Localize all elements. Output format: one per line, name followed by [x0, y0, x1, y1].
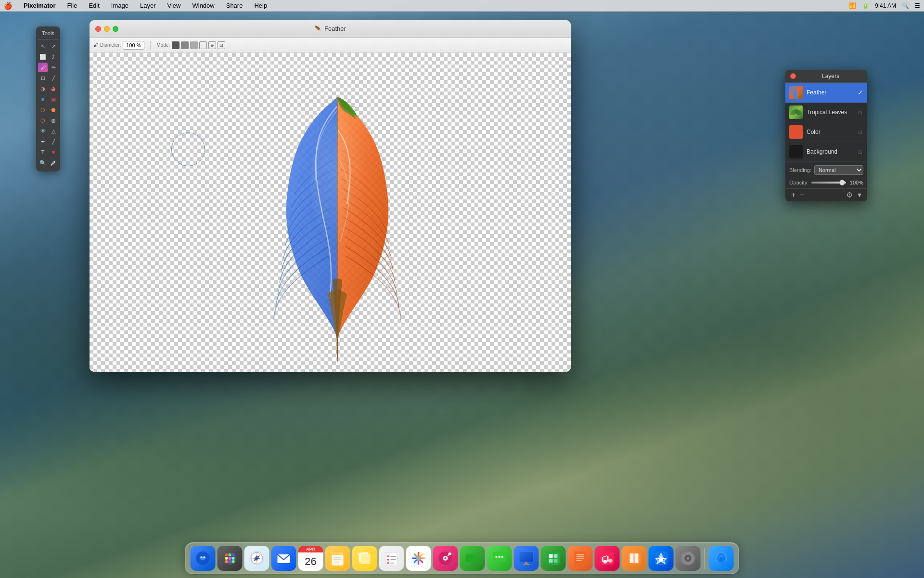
canvas-title: 🪶 Feather	[314, 25, 346, 32]
layer-visibility-background[interactable]: ⊡	[857, 148, 863, 155]
text-tool[interactable]: T	[38, 147, 48, 157]
blending-select[interactable]: Normal Multiply Screen Overlay	[814, 165, 863, 175]
mode-btn-3[interactable]	[190, 41, 198, 49]
svg-rect-52	[520, 552, 533, 562]
mode-buttons: ⊕ ⊡	[172, 41, 225, 49]
svg-rect-32	[361, 554, 371, 564]
svg-point-66	[603, 560, 607, 564]
dodge-tool[interactable]: ◑	[38, 84, 48, 93]
remove-layer-button[interactable]: −	[797, 191, 806, 199]
polygon-tool[interactable]: △	[49, 126, 58, 136]
dock-item-facetime[interactable]	[460, 546, 485, 571]
healing-tool[interactable]: ╱	[49, 73, 58, 83]
help-menu[interactable]: Help	[252, 2, 269, 9]
tool-row-6: ■ ▣	[38, 94, 58, 104]
dock-item-keynote[interactable]	[514, 546, 539, 571]
layer-item-color[interactable]: Color ⊡	[785, 122, 867, 142]
fill-tool[interactable]: ⬟	[49, 105, 58, 115]
app-name-menu[interactable]: Pixelmator	[22, 2, 57, 9]
dock-item-mail[interactable]	[271, 546, 296, 571]
maximize-button[interactable]	[113, 26, 118, 32]
dock-item-numbers[interactable]	[541, 546, 566, 571]
share-menu[interactable]: Share	[224, 2, 245, 9]
mode-btn-5[interactable]: ⊕	[208, 41, 216, 49]
dock-item-prefs[interactable]	[676, 546, 701, 571]
minimize-button[interactable]	[104, 26, 110, 32]
svg-point-3	[311, 121, 369, 246]
paint-tool[interactable]: 🖌	[38, 63, 48, 72]
file-menu[interactable]: File	[65, 2, 79, 9]
dock-item-pages[interactable]	[568, 546, 593, 571]
svg-rect-79	[688, 552, 689, 554]
anchor-tool[interactable]: ╱	[49, 137, 58, 146]
svg-rect-27	[332, 552, 344, 555]
dock-item-safari[interactable]	[244, 546, 270, 571]
layer-thumb-tropical	[789, 105, 803, 119]
eyedropper-tool[interactable]: 💉	[49, 158, 58, 168]
dock-item-appstore[interactable]	[649, 546, 674, 571]
pen-tool[interactable]: ✒	[38, 137, 48, 146]
svg-rect-55	[547, 552, 560, 565]
brush-icon: 🖌	[93, 42, 98, 48]
layer-settings-button[interactable]: ⚙	[844, 191, 855, 199]
smudge-tool[interactable]: ⬡	[38, 116, 48, 125]
layers-close-button[interactable]	[790, 73, 796, 79]
layer-item-tropical[interactable]: Tropical Leaves ⊡	[785, 103, 867, 122]
dock-item-notes[interactable]	[325, 546, 350, 571]
shape-tool[interactable]: ♥	[49, 147, 58, 157]
dock-item-calendar[interactable]: APR 26	[298, 546, 323, 571]
svg-point-67	[609, 559, 613, 563]
layer-visibility-color[interactable]: ⊡	[857, 129, 863, 135]
wifi-icon: 📶	[849, 2, 856, 9]
rect-select-tool[interactable]: ⬜	[38, 52, 48, 62]
mode-btn-1[interactable]	[172, 41, 180, 49]
dock-item-airdrop[interactable]	[709, 546, 734, 571]
select-tool[interactable]: ↗	[49, 41, 58, 51]
layer-visibility-tropical[interactable]: ⊡	[857, 109, 863, 116]
paint-bucket-tool[interactable]: ⬡	[38, 105, 48, 115]
mode-btn-4[interactable]	[199, 41, 207, 49]
dock-item-itunes[interactable]	[433, 546, 458, 571]
blur-tool[interactable]: ◍	[49, 116, 58, 125]
dock-item-messages[interactable]	[487, 546, 512, 571]
layer-menu[interactable]: Layer	[138, 2, 158, 9]
layer-item-feather[interactable]: Feather ✓	[785, 83, 867, 103]
edit-menu[interactable]: Edit	[87, 2, 101, 9]
notifications-icon[interactable]: ☰	[915, 2, 920, 9]
layer-visibility-feather[interactable]: ✓	[858, 89, 863, 96]
erase-tool[interactable]: ✏	[49, 63, 58, 72]
view-menu[interactable]: View	[166, 2, 183, 9]
close-button[interactable]	[95, 26, 101, 32]
dock-item-music[interactable]	[595, 546, 620, 571]
canvas-area[interactable]	[90, 53, 571, 372]
opacity-slider[interactable]	[811, 182, 846, 184]
image-menu[interactable]: Image	[109, 2, 130, 9]
add-layer-button[interactable]: +	[789, 191, 797, 199]
svg-point-8	[204, 556, 205, 558]
menubar-right: 📶 🔋 9:41 AM 🔍 ☰	[849, 2, 920, 9]
cursor-tool[interactable]: ↖	[38, 41, 48, 51]
zoom-tool[interactable]: 🔍	[38, 158, 48, 168]
dock-item-stickies[interactable]	[352, 546, 377, 571]
layer-menu-button[interactable]: ▾	[856, 191, 863, 199]
dock-item-reminders[interactable]	[379, 546, 404, 571]
window-menu[interactable]: Window	[190, 2, 216, 9]
apple-menu[interactable]: 🍎	[4, 2, 12, 10]
burn-tool[interactable]: ◕	[49, 84, 58, 93]
dock-item-photos[interactable]	[406, 546, 431, 571]
tool-row-1: ↖ ↗	[38, 41, 58, 51]
dock-item-launchpad[interactable]	[218, 546, 243, 571]
lasso-tool[interactable]: ⤴	[49, 52, 58, 62]
color-picker-tool[interactable]: ■	[38, 94, 48, 104]
dock-item-finder[interactable]	[191, 546, 216, 571]
mode-btn-2[interactable]	[181, 41, 189, 49]
mode-btn-6[interactable]: ⊡	[218, 41, 225, 49]
gradient-tool[interactable]: ▣	[49, 94, 58, 104]
crop-tool[interactable]: ⊡	[38, 73, 48, 83]
dock-item-ibooks[interactable]	[622, 546, 647, 571]
eye-tool[interactable]: 👁	[38, 126, 48, 136]
layer-item-background[interactable]: Background ⊡	[785, 142, 867, 162]
search-icon[interactable]: 🔍	[902, 2, 909, 9]
svg-point-43	[445, 557, 447, 559]
diameter-input[interactable]	[123, 41, 144, 50]
